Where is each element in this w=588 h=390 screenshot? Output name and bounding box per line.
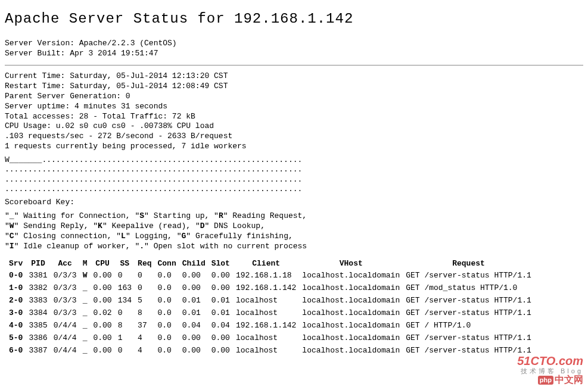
table-cell: localhost (234, 346, 298, 356)
worker-table: SrvPIDAccMCPUSSReqConnChildSlotClientVHo… (5, 257, 536, 358)
table-header-cell: Request (404, 259, 533, 269)
table-cell: 8 (136, 308, 153, 319)
table-row: 2-033830/3/3_0.0013450.00.010.01localhos… (7, 296, 533, 306)
divider-1 (5, 65, 583, 65)
table-cell: 192.168.1.142 (234, 321, 298, 331)
table-cell: 0.00 (210, 271, 232, 281)
table-cell: 0.0 (155, 333, 178, 344)
table-cell: 0 (116, 308, 133, 319)
table-cell: 4-0 (7, 321, 24, 331)
table-cell: 0.00 (91, 321, 113, 331)
table-cell: 0.0 (155, 346, 178, 356)
table-header-cell: Srv (7, 259, 24, 269)
scoreboard-key-line: "C" Closing connection, "L" Logging, "G"… (5, 232, 583, 242)
table-cell: localhost.localdomain (300, 346, 402, 356)
table-cell: GET /server-status HTTP/1.1 (404, 308, 533, 319)
scoreboard: W_______................................… (5, 155, 583, 194)
table-cell: 0.00 (210, 333, 232, 344)
table-cell: localhost (234, 308, 298, 319)
table-cell: 4 (136, 346, 153, 356)
stats-block: Current Time: Saturday, 05-Jul-2014 12:1… (5, 71, 583, 152)
stats-line: Server uptime: 4 minutes 31 seconds (5, 102, 583, 112)
table-cell: 3381 (27, 271, 49, 281)
table-cell: 0.00 (91, 271, 113, 281)
table-row: 3-033840/3/3_0.02080.00.010.01localhostl… (7, 308, 533, 319)
table-cell: 0 (136, 271, 153, 281)
table-cell: GET / HTTP/1.0 (404, 321, 533, 331)
table-cell: 0.01 (210, 296, 232, 306)
table-row: 4-033850/4/4_0.008370.00.040.04192.168.1… (7, 321, 533, 331)
table-cell: _ (81, 308, 89, 319)
table-cell: localhost (234, 296, 298, 306)
table-header-cell: Child (181, 259, 207, 269)
table-cell: 1 (116, 333, 133, 344)
table-cell: 134 (116, 296, 133, 306)
table-header-cell: CPU (91, 259, 113, 269)
table-cell: 192.168.1.142 (234, 283, 298, 294)
table-cell: localhost.localdomain (300, 296, 402, 306)
table-cell: 0.04 (210, 321, 232, 331)
table-cell: localhost.localdomain (300, 271, 402, 281)
table-cell: 192.168.1.18 (234, 271, 298, 281)
stats-line: Current Time: Saturday, 05-Jul-2014 12:1… (5, 71, 583, 82)
table-cell: 0.00 (91, 283, 113, 294)
table-cell: GET /mod_status HTTP/1.0 (404, 283, 533, 294)
table-cell: 0.01 (181, 308, 207, 319)
table-cell: 0-0 (7, 271, 24, 281)
table-cell: localhost.localdomain (300, 283, 402, 294)
stats-line: .103 requests/sec - 272 B/second - 2633 … (5, 132, 583, 142)
table-cell: 0/3/3 (52, 271, 79, 281)
table-cell: 1-0 (7, 283, 24, 294)
table-cell: 5 (136, 296, 153, 306)
table-cell: 0.00 (181, 271, 207, 281)
table-header-cell: M (81, 259, 89, 269)
table-cell: 0.00 (181, 346, 207, 356)
table-header-cell: PID (27, 259, 49, 269)
table-header-cell: Req (136, 259, 153, 269)
server-info-block: Server Version: Apache/2.2.3 (CentOS) Se… (5, 39, 583, 59)
table-row: 1-033820/3/3_0.0016300.00.000.00192.168.… (7, 283, 533, 294)
scoreboard-key-line: "_" Waiting for Connection, "S" Starting… (5, 211, 583, 221)
table-cell: 0.00 (181, 283, 207, 294)
stats-line: 1 requests currently being processed, 7 … (5, 142, 583, 152)
table-cell: 2-0 (7, 296, 24, 306)
table-cell: 0.0 (155, 321, 178, 331)
stats-line: Restart Time: Saturday, 05-Jul-2014 12:0… (5, 82, 583, 92)
table-header-cell: Acc (52, 259, 79, 269)
table-row: 6-033870/4/4_0.00040.00.000.00localhostl… (7, 346, 533, 356)
table-cell: 3387 (27, 346, 49, 356)
table-cell: 0.01 (210, 308, 232, 319)
table-cell: 0/3/3 (52, 296, 79, 306)
server-built: Server Built: Apr 3 2014 19:51:47 (5, 49, 583, 59)
table-cell: _ (81, 321, 89, 331)
table-cell: 0 (136, 283, 153, 294)
table-cell: 4 (136, 333, 153, 344)
table-cell: 0/3/3 (52, 283, 79, 294)
stats-line: CPU Usage: u.02 s0 cu0 cs0 - .00738% CPU… (5, 121, 583, 132)
table-header-cell: Conn (155, 259, 178, 269)
table-cell: 0.00 (210, 283, 232, 294)
table-cell: 0.0 (155, 271, 178, 281)
table-cell: 0.0 (155, 296, 178, 306)
table-cell: 37 (136, 321, 153, 331)
scoreboard-key-block: "_" Waiting for Connection, "S" Starting… (5, 211, 583, 252)
scoreboard-key-line: "W" Sending Reply, "K" Keepalive (read),… (5, 221, 583, 232)
table-cell: 0/4/4 (52, 333, 79, 344)
table-cell: _ (81, 346, 89, 356)
table-cell: W (81, 271, 89, 281)
table-cell: localhost.localdomain (300, 321, 402, 331)
table-cell: 0 (116, 346, 133, 356)
table-cell: 5-0 (7, 333, 24, 344)
table-cell: 3386 (27, 333, 49, 344)
table-cell: 3-0 (7, 308, 24, 319)
table-cell: 0 (116, 271, 133, 281)
table-cell: localhost.localdomain (300, 333, 402, 344)
table-cell: GET /server-status HTTP/1.1 (404, 333, 533, 344)
table-header-cell: Client (234, 259, 298, 269)
table-cell: 3384 (27, 308, 49, 319)
table-cell: 0.01 (181, 296, 207, 306)
table-cell: 0/3/3 (52, 308, 79, 319)
table-cell: 0/4/4 (52, 346, 79, 356)
table-cell: 0.04 (181, 321, 207, 331)
page-title: Apache Server Status for 192.168.1.142 (5, 10, 583, 28)
